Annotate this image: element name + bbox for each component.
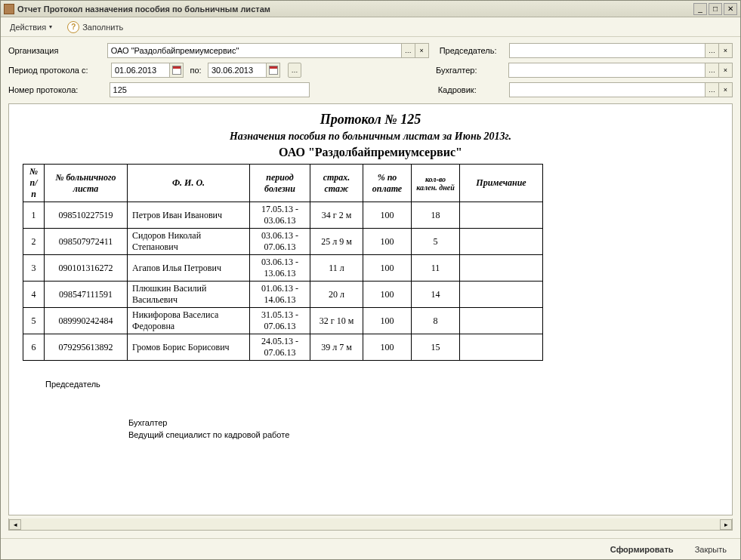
- chairman-label: Председатель:: [440, 46, 505, 55]
- hr-clear-button[interactable]: ×: [719, 82, 733, 97]
- cell-pct: 100: [363, 282, 412, 308]
- cell-stazh: 25 л 9 м: [310, 229, 363, 255]
- cell-num: 098507972411: [45, 229, 128, 255]
- accountant-input[interactable]: [508, 63, 705, 78]
- fill-button[interactable]: ? Заполнить: [63, 20, 128, 35]
- org-input-wrap: … ×: [107, 43, 429, 58]
- cell-days: 18: [412, 202, 460, 229]
- cell-days: 11: [412, 255, 460, 282]
- org-clear-button[interactable]: ×: [415, 43, 429, 58]
- window-title: Отчет Протокол назначения пособия по бол…: [17, 5, 690, 14]
- actions-menu[interactable]: Действия ▾: [5, 21, 57, 33]
- cell-stazh: 20 л: [310, 282, 363, 308]
- cell-period: 17.05.13 - 03.06.13: [250, 202, 310, 229]
- cell-fio: Плюшкин Василий Васильевич: [128, 282, 250, 308]
- org-label: Организация: [8, 46, 103, 55]
- period-from-input[interactable]: [111, 63, 170, 78]
- cell-n: 4: [23, 282, 45, 308]
- chairman-input-wrap: … ×: [509, 43, 733, 58]
- cell-pct: 100: [363, 308, 412, 334]
- cell-fio: Петров Иван Иванович: [128, 202, 250, 229]
- protocol-num-input[interactable]: [110, 82, 310, 97]
- sig-accountant: Бухгалтер: [128, 417, 718, 429]
- scroll-right-button[interactable]: ▸: [720, 519, 732, 530]
- report-subtitle: Назначения пособия по больничным листам …: [23, 131, 718, 143]
- cell-num: 079295613892: [45, 334, 128, 361]
- table-row: 6079295613892Громов Борис Борисович24.05…: [23, 334, 543, 361]
- actions-label: Действия: [10, 23, 46, 32]
- table-row: 2098507972411Сидоров Николай Степанович0…: [23, 229, 543, 255]
- cell-stazh: 11 л: [310, 255, 363, 282]
- scroll-left-button[interactable]: ◂: [9, 519, 21, 530]
- close-window-button[interactable]: ✕: [724, 3, 737, 15]
- sig-hr: Ведущий специалист по кадровой работе: [128, 429, 718, 441]
- chairman-clear-button[interactable]: ×: [719, 43, 733, 58]
- cell-pct: 100: [363, 229, 412, 255]
- report-orgname: ОАО "Раздолбайпремиумсервис": [23, 146, 718, 159]
- minimize-button[interactable]: _: [693, 3, 707, 15]
- cell-period: 03.06.13 - 07.06.13: [250, 229, 310, 255]
- cell-note: [460, 334, 543, 361]
- th-pct: % по оплате: [363, 165, 412, 202]
- chairman-select-button[interactable]: …: [705, 43, 719, 58]
- cell-stazh: 32 г 10 м: [310, 308, 363, 334]
- th-period: период болезни: [250, 165, 310, 202]
- table-row: 5089990242484Никифорова Васелиса Федоров…: [23, 308, 543, 334]
- accountant-select-button[interactable]: …: [705, 63, 719, 78]
- cell-num: 098510227519: [45, 202, 128, 229]
- cell-period: 31.05.13 - 07.06.13: [250, 308, 310, 334]
- maximize-button[interactable]: □: [709, 3, 722, 15]
- cell-note: [460, 202, 543, 229]
- period-to-input[interactable]: [208, 63, 267, 78]
- cell-num: 098547111591: [45, 282, 128, 308]
- cell-note: [460, 229, 543, 255]
- org-select-button[interactable]: …: [402, 43, 415, 58]
- th-fio: Ф. И. О.: [128, 165, 250, 202]
- cell-days: 15: [412, 334, 460, 361]
- cell-n: 2: [23, 229, 45, 255]
- hr-select-button[interactable]: …: [705, 82, 719, 97]
- accountant-clear-button[interactable]: ×: [719, 63, 733, 78]
- table-row: 4098547111591Плюшкин Василий Васильевич0…: [23, 282, 543, 308]
- hr-input[interactable]: [509, 82, 705, 97]
- filter-panel: Организация … × Председатель: … × Период…: [1, 37, 740, 100]
- cell-days: 8: [412, 308, 460, 334]
- th-sheet-num: № больничного листа: [45, 165, 128, 202]
- period-from-cal-button[interactable]: [170, 63, 184, 78]
- cell-period: 24.05.13 - 07.06.13: [250, 334, 310, 361]
- cell-pct: 100: [363, 334, 412, 361]
- cell-stazh: 39 л 7 м: [310, 334, 363, 361]
- toolbar: Действия ▾ ? Заполнить: [1, 17, 740, 37]
- cell-fio: Никифорова Васелиса Федоровна: [128, 308, 250, 334]
- sig-chairman: Председатель: [45, 379, 718, 390]
- accountant-label: Бухгалтер:: [436, 66, 504, 75]
- cell-n: 5: [23, 308, 45, 334]
- cell-fio: Сидоров Николай Степанович: [128, 229, 250, 255]
- close-button[interactable]: Закрыть: [689, 543, 733, 556]
- calendar-icon: [172, 66, 181, 75]
- cell-fio: Громов Борис Борисович: [128, 334, 250, 361]
- cell-n: 6: [23, 334, 45, 361]
- horizontal-scrollbar[interactable]: ◂ ▸: [8, 518, 733, 531]
- period-select-button[interactable]: …: [288, 63, 301, 78]
- org-input[interactable]: [107, 43, 402, 58]
- cell-period: 03.06.13 - 13.06.13: [250, 255, 310, 282]
- generate-button[interactable]: Сформировать: [604, 543, 680, 556]
- period-to-cal-button[interactable]: [267, 63, 280, 78]
- table-row: 3090101316272Агапов Илья Петрович03.06.1…: [23, 255, 543, 282]
- report-title: Протокол № 125: [23, 112, 718, 128]
- cell-pct: 100: [363, 255, 412, 282]
- calendar-icon: [269, 66, 278, 75]
- report-table: № п/п № больничного листа Ф. И. О. перио…: [23, 164, 543, 361]
- chairman-input[interactable]: [509, 43, 705, 58]
- cell-stazh: 34 г 2 м: [310, 202, 363, 229]
- cell-n: 3: [23, 255, 45, 282]
- cell-period: 01.06.13 - 14.06.13: [250, 282, 310, 308]
- app-icon: [4, 4, 14, 14]
- cell-fio: Агапов Илья Петрович: [128, 255, 250, 282]
- th-note: Примечание: [460, 165, 543, 202]
- period-from-label: Период протокола с:: [8, 66, 107, 75]
- cell-note: [460, 282, 543, 308]
- period-to-label: по:: [188, 66, 203, 75]
- table-row: 1098510227519Петров Иван Иванович17.05.1…: [23, 202, 543, 229]
